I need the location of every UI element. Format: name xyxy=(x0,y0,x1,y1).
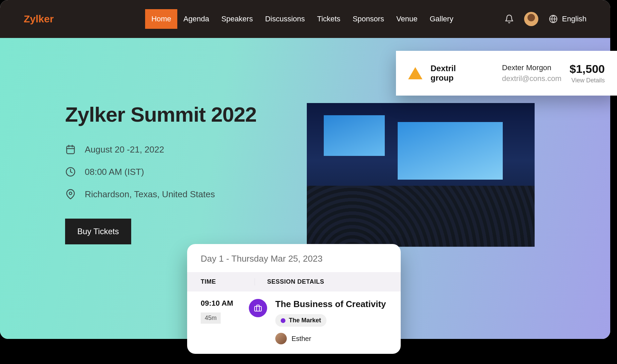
nav-gallery[interactable]: Gallery xyxy=(423,9,459,29)
agenda-header-session: SESSION DETAILS xyxy=(255,278,324,285)
event-time-row: 08:00 AM (IST) xyxy=(65,166,302,177)
brand-logo[interactable]: Zylker xyxy=(24,13,54,25)
agenda-header-time: TIME xyxy=(201,278,255,285)
event-date-row: August 20 -21, 2022 xyxy=(65,144,302,155)
briefcase-icon xyxy=(249,299,267,317)
nav-speakers[interactable]: Speakers xyxy=(215,9,259,29)
sponsor-contact-email: dextril@cons.com xyxy=(502,74,561,83)
calendar-icon xyxy=(65,144,76,155)
location-icon xyxy=(65,189,76,200)
tag-dot-icon xyxy=(281,318,285,323)
hero-image xyxy=(307,103,535,247)
agenda-card: Day 1 - Thursday Mar 25, 2023 TIME SESSI… xyxy=(187,244,401,354)
bell-icon[interactable] xyxy=(504,14,515,24)
language-selector[interactable]: English xyxy=(548,14,586,24)
session-time: 09:10 AM xyxy=(201,299,255,308)
session-title[interactable]: The Business of Creativity xyxy=(275,299,386,309)
svg-rect-1 xyxy=(67,146,75,154)
event-title: Zylker Summit 2022 xyxy=(65,102,302,126)
session-tag[interactable]: The Market xyxy=(275,314,326,327)
nav-venue[interactable]: Venue xyxy=(390,9,423,29)
language-label: English xyxy=(562,15,586,23)
speaker-avatar xyxy=(275,333,287,344)
event-time: 08:00 AM (IST) xyxy=(85,167,144,177)
avatar[interactable] xyxy=(524,12,538,26)
event-location-row: Richardson, Texas, United States xyxy=(65,189,302,200)
globe-icon xyxy=(548,14,559,24)
main-nav: Home Agenda Speakers Discussions Tickets… xyxy=(145,9,459,29)
session-speaker[interactable]: Esther xyxy=(275,333,386,344)
svg-rect-5 xyxy=(255,306,261,311)
sponsor-card: Dextril group Dexter Morgon dextril@cons… xyxy=(396,51,617,96)
nav-tickets[interactable]: Tickets xyxy=(311,9,346,29)
speaker-name: Esther xyxy=(292,335,311,343)
session-duration: 45m xyxy=(201,312,221,324)
sponsor-logo-icon xyxy=(408,67,422,79)
svg-point-3 xyxy=(69,192,72,195)
nav-home[interactable]: Home xyxy=(145,9,177,29)
sponsor-amount: $1,500 xyxy=(570,62,605,76)
view-details-link[interactable]: View Details xyxy=(570,77,605,84)
event-location: Richardson, Texas, United States xyxy=(85,189,215,200)
event-date: August 20 -21, 2022 xyxy=(85,144,164,155)
nav-agenda[interactable]: Agenda xyxy=(177,9,215,29)
buy-tickets-button[interactable]: Buy Tickets xyxy=(65,219,131,244)
clock-icon xyxy=(65,166,76,177)
sponsor-company: Dextril group xyxy=(431,64,480,83)
agenda-row: 09:10 AM 45m The Business of Creativity … xyxy=(187,291,401,344)
session-tag-label: The Market xyxy=(289,317,321,324)
agenda-day-label: Day 1 - Thursday Mar 25, 2023 xyxy=(187,244,401,272)
sponsor-contact-name: Dexter Morgon xyxy=(502,63,561,72)
nav-sponsors[interactable]: Sponsors xyxy=(346,9,390,29)
nav-discussions[interactable]: Discussions xyxy=(259,9,311,29)
topbar: Zylker Home Agenda Speakers Discussions … xyxy=(0,0,610,38)
svg-marker-4 xyxy=(408,67,422,79)
